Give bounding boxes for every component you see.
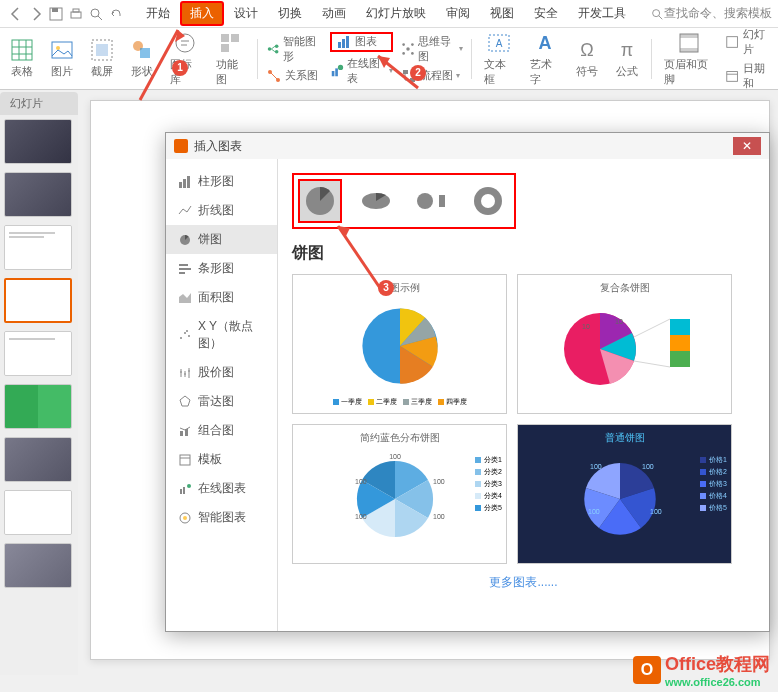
ribbon-onlinechart-label: 在线图表 — [347, 56, 386, 86]
chart-preview[interactable]: 普通饼图 100 100 100 100 — [517, 424, 732, 564]
cat-template[interactable]: 模板 — [166, 445, 277, 474]
slide-thumb-selected[interactable] — [4, 278, 72, 323]
svg-text:100: 100 — [588, 508, 600, 515]
svg-rect-24 — [346, 36, 349, 48]
menu-item-security[interactable]: 安全 — [524, 1, 568, 26]
slide-thumb[interactable] — [4, 490, 72, 535]
preview-icon[interactable] — [88, 6, 104, 22]
cat-online[interactable]: 在线图表 — [166, 474, 277, 503]
svg-text:100: 100 — [590, 463, 602, 470]
pie-subtype-doughnut[interactable] — [466, 179, 510, 223]
ribbon-wordart[interactable]: A艺术字 — [526, 31, 564, 87]
chart-preview[interactable]: 简约蓝色分布饼图 100 100 100 100 — [292, 424, 507, 564]
menu-item-view[interactable]: 视图 — [480, 1, 524, 26]
ribbon-relation[interactable]: 关系图 — [266, 68, 322, 84]
insert-chart-dialog: 插入图表 ✕ 柱形图 折线图 饼图 条形图 面积图 X Y（散点图） 股价图 雷… — [165, 132, 770, 632]
svg-point-63 — [183, 516, 187, 520]
menu-item-transition[interactable]: 切换 — [268, 1, 312, 26]
print-icon[interactable] — [68, 6, 84, 22]
ribbon-symbol[interactable]: Ω符号 — [571, 38, 603, 79]
watermark-text: Office教程网 — [665, 654, 770, 674]
menu-item-start[interactable]: 开始 — [136, 1, 180, 26]
ribbon-slidenum[interactable]: 幻灯片 — [725, 27, 772, 57]
svg-rect-16 — [221, 44, 229, 52]
ribbon-table[interactable]: 表格 — [6, 38, 38, 79]
chart-preview[interactable]: 饼图示例 一季度二季度三季度四季度 — [292, 274, 507, 414]
svg-rect-59 — [180, 489, 182, 494]
svg-text:100: 100 — [355, 478, 367, 485]
cat-scatter[interactable]: X Y（散点图） — [166, 312, 277, 358]
pie-subtype-basic[interactable] — [298, 179, 342, 223]
svg-rect-51 — [179, 272, 185, 274]
cat-smart[interactable]: 智能图表 — [166, 503, 277, 532]
slide-thumb[interactable] — [4, 119, 72, 164]
svg-text:Ω: Ω — [581, 40, 594, 60]
cat-radar[interactable]: 雷达图 — [166, 387, 277, 416]
slide-thumb[interactable] — [4, 543, 72, 588]
pie-subtype-3d[interactable] — [354, 179, 398, 223]
ribbon-featurelib[interactable]: 功能图 — [212, 31, 250, 87]
slide-thumb[interactable] — [4, 437, 72, 482]
dialog-icon — [174, 139, 188, 153]
ribbon: 表格 图片 截屏 形状 图标库 功能图 智能图形 关系图 图表 在线图表▾ 思维… — [0, 28, 778, 90]
ribbon-image-label: 图片 — [51, 64, 73, 79]
ribbon-shape[interactable]: 形状 — [126, 38, 158, 79]
pie-dark-icon: 100 100 100 100 — [570, 449, 680, 549]
menu-item-slideshow[interactable]: 幻灯片放映 — [356, 1, 436, 26]
ribbon-formula[interactable]: π公式 — [611, 38, 643, 79]
menu-item-review[interactable]: 审阅 — [436, 1, 480, 26]
menu-item-devtools[interactable]: 开发工具 — [568, 1, 636, 26]
svg-rect-12 — [140, 48, 150, 58]
ribbon-datetime[interactable]: 日期和 — [725, 61, 772, 91]
watermark-logo: O — [633, 656, 661, 684]
svg-rect-74 — [670, 319, 690, 335]
ribbon-headerfooter[interactable]: 页眉和页脚 — [660, 31, 717, 87]
preview-title: 普通饼图 — [605, 431, 645, 445]
ribbon-iconlib[interactable]: 图标库 — [166, 31, 204, 87]
cat-label: 面积图 — [198, 289, 234, 306]
menu-item-design[interactable]: 设计 — [224, 1, 268, 26]
ribbon-onlinechart[interactable]: 在线图表▾ — [330, 56, 393, 86]
save-icon[interactable] — [48, 6, 64, 22]
menu-item-insert[interactable]: 插入 — [180, 1, 224, 26]
svg-rect-44 — [727, 71, 738, 81]
slide-thumb[interactable] — [4, 172, 72, 217]
forward-icon[interactable] — [28, 6, 44, 22]
close-button[interactable]: ✕ — [733, 137, 761, 155]
chevron-down-icon: ▾ — [459, 44, 463, 53]
slide-panel — [0, 115, 78, 675]
svg-point-53 — [184, 332, 186, 334]
svg-rect-60 — [183, 487, 185, 494]
cat-line[interactable]: 折线图 — [166, 196, 277, 225]
svg-text:100: 100 — [642, 463, 654, 470]
menu-item-animation[interactable]: 动画 — [312, 1, 356, 26]
slide-thumb[interactable] — [4, 331, 72, 376]
ribbon-mindmap[interactable]: 思维导图▾ — [401, 34, 464, 64]
svg-rect-14 — [221, 34, 229, 42]
cat-label: 条形图 — [198, 260, 234, 277]
undo-icon[interactable] — [108, 6, 124, 22]
search-box[interactable]: 查找命令、搜索模板 — [650, 5, 772, 22]
cat-bar[interactable]: 条形图 — [166, 254, 277, 283]
slide-thumb[interactable] — [4, 384, 72, 429]
cat-label: 模板 — [198, 451, 222, 468]
svg-text:A: A — [538, 33, 551, 53]
ribbon-textbox[interactable]: A文本框 — [480, 31, 518, 87]
ribbon-chart[interactable]: 图表 — [330, 32, 393, 52]
ribbon-screenshot[interactable]: 截屏 — [86, 38, 118, 79]
chart-preview[interactable]: 复合条饼图 10 10 — [517, 274, 732, 414]
svg-point-27 — [338, 64, 343, 69]
cat-column[interactable]: 柱形图 — [166, 167, 277, 196]
back-icon[interactable] — [8, 6, 24, 22]
pie-subtype-bar-of-pie[interactable] — [410, 179, 454, 223]
cat-stock[interactable]: 股价图 — [166, 358, 277, 387]
slide-thumb[interactable] — [4, 225, 72, 270]
cat-combo[interactable]: 组合图 — [166, 416, 277, 445]
cat-pie[interactable]: 饼图 — [166, 225, 277, 254]
svg-text:100: 100 — [433, 513, 445, 520]
ribbon-smartart[interactable]: 智能图形 — [266, 34, 322, 64]
svg-rect-2 — [71, 12, 81, 18]
cat-area[interactable]: 面积图 — [166, 283, 277, 312]
ribbon-image[interactable]: 图片 — [46, 38, 78, 79]
more-charts-link[interactable]: 更多图表...... — [292, 564, 755, 601]
